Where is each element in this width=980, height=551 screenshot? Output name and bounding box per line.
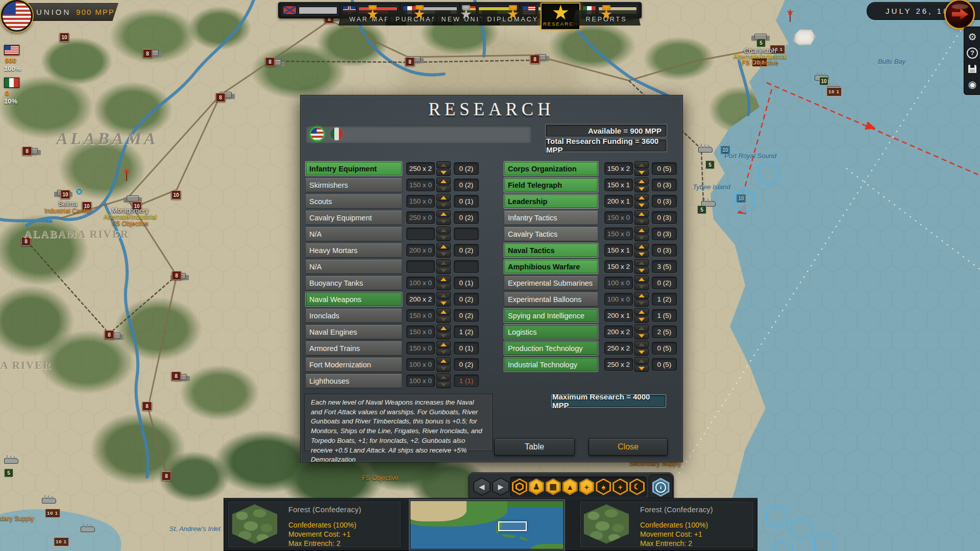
research-decrease-button[interactable]	[436, 234, 451, 241]
table-button[interactable]: Table	[494, 438, 575, 456]
research-increase-button[interactable]	[634, 243, 649, 250]
research-decrease-button[interactable]	[634, 169, 649, 176]
research-increase-button[interactable]	[634, 357, 649, 364]
ship-icon[interactable]	[4, 458, 18, 464]
sleep-moon-icon[interactable]: ☾	[629, 479, 645, 495]
research-decrease-button[interactable]	[436, 202, 451, 209]
unit-strength-badge[interactable]: 10 1	[826, 87, 842, 96]
research-decrease-button[interactable]	[436, 267, 451, 274]
research-increase-button[interactable]	[436, 243, 451, 250]
research-increase-button[interactable]	[436, 210, 451, 217]
unit-strength-badge[interactable]: 5	[4, 469, 13, 478]
unit-strength-badge[interactable]: 10	[736, 194, 746, 203]
unit-strength-badge[interactable]: 10	[819, 77, 828, 86]
production-grid-icon[interactable]: ▦	[546, 479, 561, 495]
hex-outline-icon[interactable]	[512, 479, 527, 495]
unit-strength-badge[interactable]: 5	[756, 39, 766, 47]
save-icon[interactable]	[964, 61, 980, 77]
menu-item-reports[interactable]: Reports	[572, 10, 641, 26]
research-decrease-button[interactable]	[436, 332, 451, 339]
menu-item-diplomacy[interactable]: Diplomacy	[479, 10, 547, 26]
research-increase-button[interactable]	[436, 276, 451, 283]
us-country-flag[interactable]	[310, 127, 325, 141]
unit-strength-badge[interactable]: 10	[60, 33, 69, 42]
research-increase-button[interactable]	[436, 373, 451, 381]
minimap[interactable]	[410, 500, 564, 549]
research-decrease-button[interactable]	[436, 251, 451, 258]
unit-strength-badge[interactable]: 8	[405, 57, 415, 66]
research-decrease-button[interactable]	[634, 267, 649, 274]
research-decrease-button[interactable]	[436, 365, 451, 372]
unit-strength-badge[interactable]: 10	[82, 202, 92, 211]
research-decrease-button[interactable]	[634, 283, 649, 290]
entrench-tree-icon[interactable]: ♠	[596, 479, 611, 495]
research-increase-button[interactable]	[436, 308, 451, 315]
research-decrease-button[interactable]	[634, 332, 649, 339]
unit-strength-badge[interactable]: 8	[142, 402, 152, 411]
research-decrease-button[interactable]	[436, 381, 451, 388]
info-tab[interactable]: i	[649, 474, 673, 500]
research-increase-button[interactable]	[436, 259, 451, 266]
unit-strength-badge[interactable]: 10 1	[54, 537, 69, 546]
research-increase-button[interactable]	[436, 292, 451, 299]
research-decrease-button[interactable]	[436, 283, 451, 290]
research-increase-button[interactable]	[436, 324, 451, 332]
mx-country-flag[interactable]	[329, 127, 344, 141]
unit-strength-badge[interactable]: 5	[705, 161, 715, 169]
research-increase-button[interactable]	[634, 292, 649, 299]
research-increase-button[interactable]	[634, 259, 649, 266]
close-button[interactable]: Close	[589, 438, 668, 456]
upgrade-arrow-icon[interactable]: ▲	[562, 479, 578, 495]
research-decrease-button[interactable]	[436, 185, 451, 192]
unit-strength-badge[interactable]: 8	[22, 146, 32, 156]
unit-strength-badge[interactable]: 8	[143, 49, 153, 58]
research-increase-button[interactable]	[634, 210, 649, 217]
research-increase-button[interactable]	[436, 341, 451, 348]
research-decrease-button[interactable]	[436, 299, 451, 307]
end-turn-button[interactable]	[946, 1, 973, 28]
unit-strength-badge[interactable]: 8	[216, 93, 226, 102]
research-increase-button[interactable]	[634, 227, 649, 234]
research-decrease-button[interactable]	[436, 218, 451, 225]
unit-strength-badge[interactable]: 8	[172, 271, 182, 280]
research-decrease-button[interactable]	[634, 218, 649, 225]
research-decrease-button[interactable]	[634, 316, 649, 323]
help-icon[interactable]: ?	[964, 45, 980, 61]
ship-icon[interactable]	[42, 498, 56, 504]
research-decrease-button[interactable]	[634, 365, 649, 372]
unit-strength-badge[interactable]: 8	[172, 371, 181, 381]
unit-strength-badge[interactable]: 8	[530, 55, 540, 64]
research-decrease-button[interactable]	[436, 316, 451, 323]
research-increase-button[interactable]	[436, 194, 451, 201]
soldier-icon[interactable]: ♟	[529, 479, 544, 495]
research-increase-button[interactable]	[634, 178, 649, 185]
research-increase-button[interactable]	[634, 194, 649, 201]
unit-strength-badge[interactable]: 10 1	[770, 45, 785, 54]
minimap-viewport[interactable]	[498, 521, 527, 531]
research-increase-button[interactable]	[436, 178, 451, 185]
unit-strength-badge[interactable]: 10	[172, 190, 181, 199]
ship-icon[interactable]	[81, 527, 95, 532]
gear-icon[interactable]: ⚙	[964, 29, 980, 45]
ship-icon[interactable]	[698, 147, 713, 153]
reinforce-plus-icon[interactable]: +	[579, 479, 595, 495]
research-decrease-button[interactable]	[436, 348, 451, 356]
next-unit-button[interactable]: ▶	[492, 478, 509, 496]
target-icon[interactable]: ◉	[964, 77, 980, 92]
unit-strength-badge[interactable]: 5	[697, 206, 706, 214]
unit-strength-badge[interactable]: 10	[61, 190, 70, 199]
research-increase-button[interactable]	[436, 357, 451, 364]
prev-unit-button[interactable]: ◀	[473, 478, 491, 496]
unit-strength-badge[interactable]: 10	[132, 202, 142, 211]
research-increase-button[interactable]	[634, 308, 649, 315]
research-decrease-button[interactable]	[634, 185, 649, 192]
research-decrease-button[interactable]	[634, 234, 649, 241]
unit-strength-badge[interactable]: 8	[162, 471, 172, 481]
unit-strength-badge[interactable]: 10 1	[45, 509, 60, 518]
research-decrease-button[interactable]	[634, 299, 649, 307]
unit-strength-badge[interactable]: 8	[265, 57, 275, 66]
research-increase-button[interactable]	[634, 161, 649, 168]
research-decrease-button[interactable]	[634, 251, 649, 258]
research-decrease-button[interactable]	[634, 348, 649, 356]
research-increase-button[interactable]	[436, 161, 451, 168]
